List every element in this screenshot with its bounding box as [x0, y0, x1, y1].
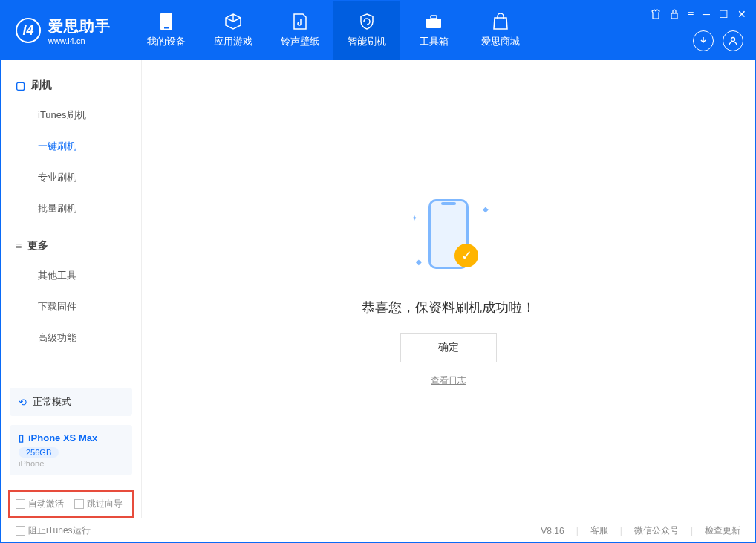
device-name: iPhone XS Max [28, 432, 97, 443]
status-bar: 阻止iTunes运行 V8.16 | 客服 | 微信公众号 | 检查更新 [1, 518, 755, 543]
wechat-link[interactable]: 微信公众号 [634, 524, 679, 537]
support-link[interactable]: 客服 [590, 524, 608, 537]
phone-small-icon: ▯ [19, 432, 24, 443]
mode-status-box[interactable]: ⟲ 正常模式 [10, 388, 132, 416]
version-label: V8.16 [541, 526, 564, 536]
auto-activate-checkbox[interactable]: 自动激活 [16, 498, 64, 510]
sidebar-item-advanced[interactable]: 高级功能 [1, 322, 141, 354]
device-info-box[interactable]: ▯ iPhone XS Max 256GB iPhone [10, 425, 132, 475]
nav-label: 应用游戏 [214, 35, 252, 48]
nav-label: 铃声壁纸 [281, 35, 319, 48]
app-subtitle: www.i4.cn [48, 36, 111, 45]
device-type: iPhone [19, 459, 123, 468]
skip-wizard-checkbox[interactable]: 跳过向导 [74, 498, 123, 510]
sparkle-icon: ◆ [483, 205, 489, 213]
nav-apps-games[interactable]: 应用游戏 [200, 1, 267, 60]
sidebar-item-other-tools[interactable]: 其他工具 [1, 260, 141, 291]
nav-my-device[interactable]: 我的设备 [133, 1, 200, 60]
sidebar-item-pro-flash[interactable]: 专业刷机 [1, 162, 141, 193]
nav-store[interactable]: 爱思商城 [467, 1, 534, 60]
sync-icon: ⟲ [19, 397, 27, 408]
app-title: 爱思助手 [48, 16, 111, 36]
close-button[interactable]: ✕ [737, 8, 746, 20]
svg-rect-4 [426, 22, 441, 22]
sidebar-item-itunes-flash[interactable]: iTunes刷机 [1, 100, 141, 131]
sidebar: ▢ 刷机 iTunes刷机 一键刷机 专业刷机 批量刷机 ≡ 更多 其他工具 下… [1, 60, 142, 518]
storage-badge: 256GB [19, 447, 59, 458]
toolbox-icon [425, 13, 443, 30]
maximize-button[interactable]: ☐ [719, 8, 729, 20]
lock-icon[interactable] [670, 9, 679, 19]
header-actions [693, 30, 743, 51]
view-log-link[interactable]: 查看日志 [431, 374, 466, 387]
cube-icon [224, 13, 242, 30]
svg-rect-1 [164, 27, 169, 29]
list-icon: ≡ [16, 240, 22, 252]
refresh-shield-icon [358, 13, 376, 30]
app-logo-icon: i4 [16, 18, 41, 43]
success-message: 恭喜您，保资料刷机成功啦！ [362, 299, 535, 316]
sidebar-item-oneclick-flash[interactable]: 一键刷机 [1, 131, 141, 162]
sparkle-icon: ✦ [411, 214, 417, 222]
nav-label: 智能刷机 [348, 35, 386, 48]
sidebar-section-flash: ▢ 刷机 [1, 71, 141, 100]
nav-label: 我的设备 [147, 35, 186, 48]
logo-area: i4 爱思助手 www.i4.cn [16, 16, 111, 45]
window-controls: ≡ ─ ☐ ✕ [651, 8, 746, 20]
mode-label: 正常模式 [33, 395, 71, 409]
main-content: ✦ ◆ ◆ ✓ 恭喜您，保资料刷机成功啦！ 确定 查看日志 [142, 60, 755, 518]
download-icon[interactable] [693, 30, 714, 51]
sparkle-icon: ◆ [416, 258, 422, 266]
check-badge-icon: ✓ [454, 244, 478, 267]
nav-label: 爱思商城 [481, 35, 520, 48]
options-row-highlighted: 自动激活 跳过向导 [8, 490, 134, 518]
nav-toolbox[interactable]: 工具箱 [400, 1, 467, 60]
nav-smart-flash[interactable]: 智能刷机 [333, 1, 400, 60]
svg-rect-3 [431, 16, 437, 19]
top-nav: 我的设备 应用游戏 铃声壁纸 智能刷机 工具箱 爱思商城 [133, 1, 534, 60]
app-header: i4 爱思助手 www.i4.cn 我的设备 应用游戏 铃声壁纸 智能刷机 工具… [1, 1, 755, 60]
ok-button[interactable]: 确定 [400, 333, 497, 362]
shirt-icon[interactable] [651, 9, 661, 19]
check-update-link[interactable]: 检查更新 [705, 524, 740, 537]
svg-rect-5 [671, 13, 677, 19]
svg-rect-2 [426, 19, 441, 28]
phone-icon: ▢ [16, 79, 25, 91]
sidebar-section-more: ≡ 更多 [1, 232, 141, 260]
sidebar-item-download-firmware[interactable]: 下载固件 [1, 291, 141, 322]
nav-label: 工具箱 [420, 35, 449, 48]
user-icon[interactable] [723, 30, 743, 51]
device-icon [157, 13, 175, 30]
menu-icon[interactable]: ≡ [688, 8, 694, 20]
minimize-button[interactable]: ─ [703, 8, 710, 20]
bag-icon [492, 13, 509, 30]
svg-point-6 [731, 38, 735, 42]
success-illustration: ✦ ◆ ◆ ✓ [404, 192, 493, 281]
music-file-icon [291, 13, 309, 30]
sidebar-item-batch-flash[interactable]: 批量刷机 [1, 193, 141, 224]
block-itunes-checkbox[interactable]: 阻止iTunes运行 [16, 524, 91, 537]
nav-ringtones[interactable]: 铃声壁纸 [267, 1, 333, 60]
